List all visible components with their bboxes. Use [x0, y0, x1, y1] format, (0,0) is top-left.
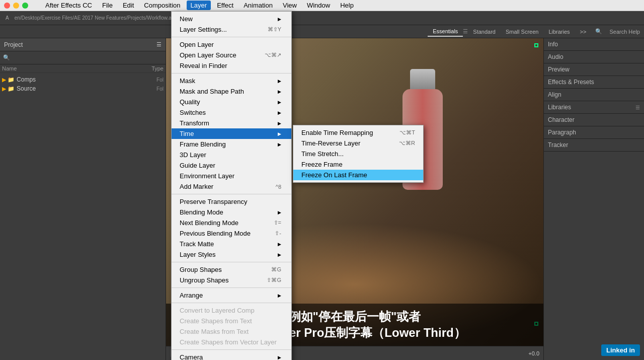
menu-layer[interactable]: Layer [187, 1, 211, 10]
project-menu-icon[interactable]: ☰ [156, 41, 162, 48]
menu-guide-layer[interactable]: Guide Layer [172, 160, 291, 171]
folder-source[interactable]: ▶ 📁 Source Fol [0, 84, 166, 93]
menu-view[interactable]: View [279, 1, 301, 10]
menu-layer-styles[interactable]: Layer Styles ▶ [172, 249, 291, 260]
menu-guide-layer-label: Guide Layer [180, 162, 215, 169]
menu-preserve-transparency[interactable]: Preserve Transparency [172, 196, 291, 207]
preview-header[interactable]: Preview [544, 63, 644, 76]
menu-ungroup-shapes[interactable]: Ungroup Shapes ⇧⌘G [172, 275, 291, 285]
libraries-header[interactable]: Libraries ☰ [544, 101, 644, 113]
left-panel: Project ☰ 🔍 Name Type ▶ 📁 Comps Fol ▶ 📁 … [0, 38, 166, 360]
menu-frame-blending[interactable]: Frame Blending ▶ [172, 139, 291, 150]
menu-track-matte[interactable]: Track Matte ▶ [172, 239, 291, 249]
time-stretch-label: Time Stretch... [301, 150, 344, 158]
separator-2 [172, 73, 291, 74]
menu-bar: After Effects CC File Edit Composition L… [0, 0, 644, 11]
submenu-time-reverse[interactable]: Time-Reverse Layer ⌥⌘R [293, 138, 423, 149]
menu-shapes-from-text: Create Shapes from Text [172, 316, 291, 326]
tab-more[interactable]: >> [575, 27, 592, 36]
value-display: +0.0 [528, 350, 539, 356]
menu-quality[interactable]: Quality ▶ [172, 97, 291, 107]
layer-settings-shortcut: ⌘⇧Y [268, 26, 281, 33]
submenu-enable-time-remapping[interactable]: Enable Time Remapping ⌥⌘T [293, 127, 423, 138]
separator-5 [172, 287, 291, 288]
menu-group-shapes[interactable]: Group Shapes ⌘G [172, 264, 291, 275]
menu-open-layer[interactable]: Open Layer [172, 39, 291, 50]
effects-presets-header[interactable]: Effects & Presets [544, 76, 644, 88]
audio-header[interactable]: Audio [544, 51, 644, 63]
tracker-header[interactable]: Tracker [544, 139, 644, 151]
menu-ungroup-shapes-label: Ungroup Shapes [180, 276, 229, 284]
tab-libraries[interactable]: Libraries [543, 27, 575, 36]
maximize-button[interactable] [22, 3, 28, 9]
menu-window[interactable]: Window [303, 1, 334, 10]
paragraph-header[interactable]: Paragraph [544, 126, 644, 138]
menu-prev-blending-mode[interactable]: Previous Blending Mode ⇧- [172, 228, 291, 239]
column-headers: Name Type [0, 64, 166, 73]
tab-small-screen[interactable]: Small Screen [501, 27, 543, 36]
col-name: Name [2, 65, 17, 71]
menu-switches[interactable]: Switches ▶ [172, 107, 291, 118]
menu-frame-blending-label: Frame Blending [180, 140, 226, 148]
workspace-bar: Essentials ☰ Standard Small Screen Libra… [0, 25, 644, 38]
search-bar[interactable]: 🔍 [0, 51, 166, 64]
menu-animation[interactable]: Animation [239, 1, 277, 10]
search-help-label[interactable]: Search Help [609, 29, 640, 35]
tab-standard[interactable]: Standard [468, 27, 501, 36]
open-layer-source-shortcut: ⌥⌘↗ [265, 52, 281, 58]
arrange-arrow: ▶ [278, 293, 281, 298]
menu-composition[interactable]: Composition [140, 1, 184, 10]
enable-time-remapping-shortcut: ⌥⌘T [399, 129, 415, 136]
menu-blending-mode-label: Blending Mode [180, 208, 223, 216]
transform-arrow: ▶ [278, 121, 281, 126]
menu-arrange[interactable]: Arrange ▶ [172, 290, 291, 301]
switches-arrow: ▶ [278, 110, 281, 115]
menu-reveal-finder[interactable]: Reveal in Finder [172, 60, 291, 71]
menu-reveal-finder-label: Reveal in Finder [180, 62, 227, 69]
menu-prev-blending-mode-label: Previous Blending Mode [180, 230, 251, 237]
info-header[interactable]: Info [544, 38, 644, 50]
traffic-lights [4, 3, 28, 9]
section-audio: Audio [544, 51, 644, 63]
menu-environment-layer[interactable]: Environment Layer [172, 171, 291, 181]
menu-after-effects[interactable]: After Effects CC [41, 1, 96, 10]
tab-essentials[interactable]: Essentials [428, 27, 463, 37]
menu-mask[interactable]: Mask ▶ [172, 76, 291, 86]
menu-3d-layer[interactable]: 3D Layer [172, 150, 291, 160]
separator-7 [172, 349, 291, 350]
group-shapes-shortcut: ⌘G [271, 266, 281, 273]
close-button[interactable] [4, 3, 10, 9]
menu-edit[interactable]: Edit [119, 1, 138, 10]
time-reverse-label: Time-Reverse Layer [301, 139, 360, 147]
menu-open-layer-source-label: Open Layer Source [180, 51, 236, 59]
menu-open-layer-source[interactable]: Open Layer Source ⌥⌘↗ [172, 50, 291, 60]
submenu-freeze-frame[interactable]: Freeze Frame [293, 159, 423, 170]
menu-new[interactable]: New ▶ [172, 14, 291, 24]
menu-track-matte-label: Track Matte [180, 240, 214, 248]
menu-transform[interactable]: Transform ▶ [172, 118, 291, 128]
menu-new-label: New [180, 15, 193, 23]
submenu-freeze-on-last-frame[interactable]: Freeze On Last Frame [293, 170, 423, 180]
menu-time[interactable]: Time ▶ [172, 128, 291, 139]
menu-camera[interactable]: Camera ▶ [172, 352, 291, 360]
folder-comps[interactable]: ▶ 📁 Comps Fol [0, 75, 166, 84]
character-header[interactable]: Character [544, 114, 644, 126]
menu-effect[interactable]: Effect [213, 1, 237, 10]
menu-shapes-from-vector: Create Shapes from Vector Layer [172, 337, 291, 347]
menu-layer-settings[interactable]: Layer Settings... ⌘⇧Y [172, 24, 291, 35]
enable-time-remapping-label: Enable Time Remapping [301, 129, 373, 136]
freeze-on-last-frame-label: Freeze On Last Frame [301, 171, 367, 179]
prev-blending-shortcut: ⇧- [275, 230, 281, 237]
menu-blending-mode[interactable]: Blending Mode ▶ [172, 207, 291, 218]
menu-next-blending-mode[interactable]: Next Blending Mode ⇧= [172, 218, 291, 228]
add-marker-shortcut: ^8 [276, 184, 281, 190]
menu-help[interactable]: Help [336, 1, 358, 10]
submenu-time-stretch[interactable]: Time Stretch... [293, 149, 423, 159]
menu-add-marker[interactable]: Add Marker ^8 [172, 181, 291, 192]
align-header[interactable]: Align [544, 89, 644, 101]
freeze-frame-label: Freeze Frame [301, 161, 343, 168]
menu-mask-shape-path[interactable]: Mask and Shape Path ▶ [172, 86, 291, 97]
menu-file[interactable]: File [98, 1, 117, 10]
minimize-button[interactable] [13, 3, 19, 9]
section-preview: Preview [544, 63, 644, 76]
